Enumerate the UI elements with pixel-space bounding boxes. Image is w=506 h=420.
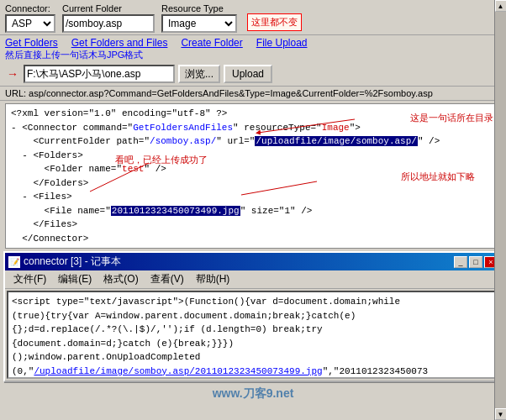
- maximize-button[interactable]: □: [469, 256, 482, 268]
- menu-edit[interactable]: 编辑(E): [53, 271, 97, 287]
- folder-label: Current Folder: [62, 3, 122, 13]
- nav-annotation-text: 然后直接上传一句话木马JPG格式: [5, 49, 143, 61]
- connector-field-group: Connector: ASP: [5, 3, 55, 33]
- notepad-app-icon: 📝: [8, 256, 20, 268]
- menu-view[interactable]: 查看(V): [145, 271, 189, 287]
- xml-line-9: </Files>: [11, 218, 495, 232]
- resource-field-group: Resource Type Image: [161, 3, 237, 33]
- nav-links-row: Get Folders Get Folders and Files Create…: [0, 35, 506, 49]
- notepad-window: 📝 connector [3] - 记事本 _ □ × 文件(F) 编辑(E) …: [3, 251, 503, 382]
- notepad-title: connector [3] - 记事本: [24, 255, 121, 269]
- top-controls-bar: Connector: ASP Current Folder Resource T…: [0, 0, 506, 35]
- browse-button[interactable]: 浏览...: [178, 65, 220, 83]
- notepad-titlebar: 📝 connector [3] - 记事本 _ □ ×: [5, 253, 501, 270]
- menu-file[interactable]: 文件(F): [8, 271, 51, 287]
- resource-select[interactable]: Image: [161, 14, 237, 33]
- connector-label: Connector:: [5, 3, 50, 13]
- nav-annotation-row: 然后直接上传一句话木马JPG格式: [0, 49, 506, 63]
- notepad-window-buttons: _ □ ×: [454, 256, 498, 268]
- xml-annotation-directory: 这是一句话所在目录: [410, 111, 493, 125]
- get-folders-files-link[interactable]: Get Folders and Files: [71, 37, 168, 49]
- xml-annotation-success: 看吧，已经上传成功了: [115, 153, 208, 167]
- file-path-input[interactable]: [24, 65, 175, 83]
- notepad-scrollbar[interactable]: ▲ ▼: [494, 291, 499, 379]
- notepad-text-content: <script type="text/javascript">(Function…: [12, 295, 494, 376]
- upload-arrow-icon: →: [7, 67, 18, 81]
- notepad-menubar: 文件(F) 编辑(E) 格式(O) 查看(V) 帮助(H): [5, 270, 501, 289]
- upload-bar: → 浏览... Upload: [0, 63, 506, 87]
- upload-button[interactable]: Upload: [224, 65, 272, 83]
- xml-annotation-address: 所以地址就如下略: [401, 170, 475, 184]
- minimize-button[interactable]: _: [454, 256, 467, 268]
- get-folders-link[interactable]: Get Folders: [5, 37, 58, 49]
- notepad-title-left: 📝 connector [3] - 记事本: [8, 255, 121, 269]
- url-highlight: /uploadfile/image/somboy.asp/: [255, 136, 417, 146]
- filename-highlight: 2011012323450073499.jpg: [111, 206, 240, 216]
- xml-line-7: - <Files>: [11, 190, 495, 204]
- no-change-annotation: 这里都不变: [247, 13, 302, 31]
- notepad-content[interactable]: <script type="text/javascript">(Function…: [8, 292, 498, 376]
- menu-format[interactable]: 格式(O): [98, 271, 143, 287]
- scroll-track: [495, 291, 500, 379]
- xml-line-4: - <Folders>: [11, 149, 495, 163]
- create-folder-link[interactable]: Create Folder: [181, 37, 242, 49]
- resource-label: Resource Type: [161, 3, 224, 13]
- nav-row: Get Folders Get Folders and Files Create…: [0, 35, 506, 63]
- xml-content-area: <?xml version="1.0" encoding="utf-8" ?> …: [5, 103, 501, 249]
- watermark: www.刀客9.net: [0, 385, 506, 403]
- url-bar: URL: asp/connector.asp?Command=GetFolder…: [0, 87, 506, 101]
- connector-select[interactable]: ASP: [5, 14, 55, 33]
- file-upload-link[interactable]: File Upload: [256, 37, 308, 49]
- menu-help[interactable]: 帮助(H): [191, 271, 235, 287]
- folder-input[interactable]: [62, 14, 155, 33]
- xml-line-3: <CurrentFolder path="/somboy.asp/" url="…: [11, 134, 495, 149]
- url-text: URL: asp/connector.asp?Command=GetFolder…: [5, 88, 433, 98]
- xml-line-8: <File name="2011012323450073499.jpg" siz…: [11, 204, 495, 218]
- folder-field-group: Current Folder: [62, 3, 155, 33]
- xml-line-10: </Connector>: [11, 232, 495, 246]
- notepad-content-wrapper: <script type="text/javascript">(Function…: [7, 291, 499, 379]
